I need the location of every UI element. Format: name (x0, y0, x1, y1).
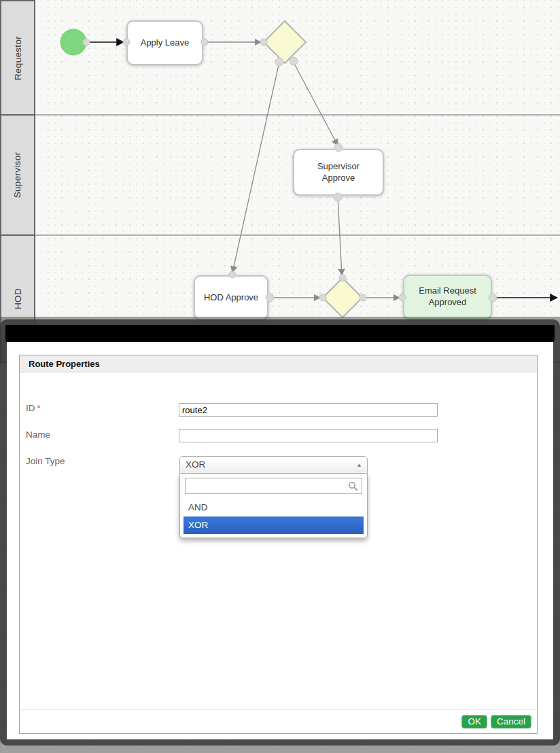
required-asterisk: * (37, 403, 41, 413)
dialog-body: Route Properties ID* Name Join Type XOR … (7, 342, 553, 739)
id-label-text: ID (26, 403, 35, 413)
cancel-button[interactable]: Cancel (491, 715, 531, 729)
name-input[interactable] (179, 429, 438, 442)
swimlane-header-requestor[interactable]: Requestor (0, 0, 35, 116)
swimlane-header-supervisor[interactable]: Supervisor (0, 114, 35, 236)
task-node-hod-approve[interactable]: HOD Approve (194, 275, 268, 320)
swimlane-label: HOD (13, 288, 23, 309)
id-input[interactable] (179, 403, 438, 417)
option-and[interactable]: AND (183, 499, 364, 516)
task-label: Supervisor Approve (302, 161, 374, 184)
search-icon (348, 481, 358, 491)
join-type-selected-value: XOR (186, 459, 205, 470)
panel-title: Route Properties (20, 355, 537, 372)
join-type-field-label: Join Type (26, 456, 65, 466)
join-type-selected-toggle[interactable]: XOR ▲ (179, 456, 368, 474)
join-type-dropdown: XOR ▲ AND XOR (179, 456, 368, 538)
tool-node-email-request-approved[interactable]: Email Request Approved (403, 275, 492, 319)
swimlane-label: Supervisor (13, 152, 23, 198)
dialog-titlebar[interactable] (5, 325, 555, 342)
name-field-label: Name (26, 430, 50, 440)
task-label: Email Request Approved (413, 285, 483, 309)
join-type-dropdown-panel: AND XOR (179, 474, 368, 538)
task-label: Apply Leave (141, 37, 190, 49)
option-xor[interactable]: XOR (183, 516, 364, 534)
route-properties-panel: Route Properties ID* Name Join Type XOR … (19, 355, 538, 734)
chevron-up-icon: ▲ (356, 457, 362, 473)
swimlane-label: Requestor (13, 36, 23, 80)
dropdown-search-input[interactable] (185, 478, 362, 494)
route-properties-dialog: Route Properties ID* Name Join Type XOR … (0, 319, 560, 746)
task-node-apply-leave[interactable]: Apply Leave (126, 20, 203, 65)
id-field-label: ID* (26, 403, 41, 413)
process-editor-page: Requestor Supervisor HOD Apply Leave Sup… (0, 0, 560, 753)
join-type-options-list: AND XOR (183, 499, 364, 534)
ok-button[interactable]: OK (461, 715, 487, 729)
dialog-footer: OK Cancel (20, 710, 537, 733)
task-label: HOD Approve (204, 292, 258, 304)
task-node-supervisor-approve[interactable]: Supervisor Approve (293, 149, 384, 196)
